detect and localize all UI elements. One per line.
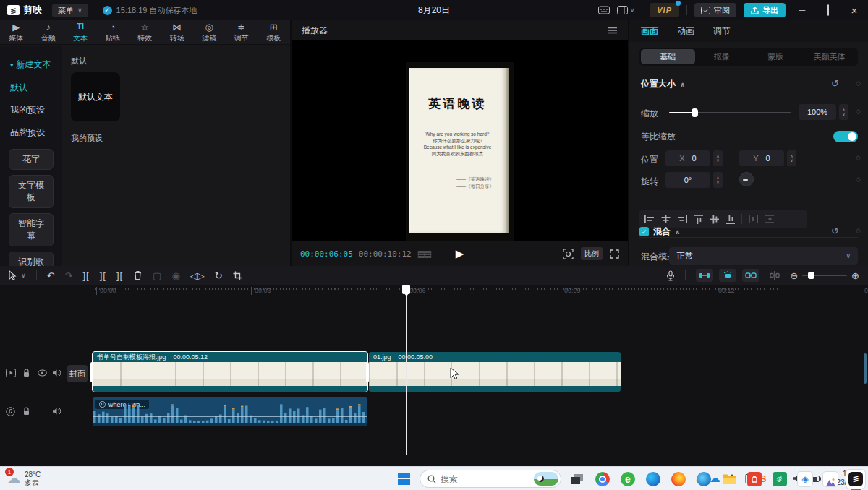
keyframe-diamond-icon[interactable]: ◇ [856, 79, 861, 87]
section-position-size[interactable]: 位置大小 ∧ [641, 78, 685, 90]
subtab-mask[interactable]: 蒙版 [749, 49, 803, 64]
sidebar-item-text-template[interactable]: 文字模板 [9, 175, 54, 208]
sidebar-item-my-presets[interactable]: 我的预设 [0, 99, 62, 121]
edge-icon[interactable] [644, 470, 663, 489]
keyframe-diamond-icon[interactable]: ◇ [856, 154, 861, 161]
rotate-dial[interactable] [739, 172, 754, 186]
tab-adjust-clip[interactable]: 调节 [713, 25, 731, 38]
tab-template[interactable]: ⊞模板 [258, 20, 290, 44]
keyframe-diamond-icon[interactable]: ◇ [856, 108, 861, 115]
crop-button[interactable] [233, 271, 242, 280]
timeline-zoom-knob[interactable] [808, 272, 814, 279]
player-menu-icon[interactable] [608, 26, 618, 35]
sidebar-item-auto-captions[interactable]: 智能字幕 [9, 213, 54, 246]
position-y-field[interactable]: Y 0 [739, 150, 784, 166]
tab-adjust[interactable]: ≑调节 [226, 20, 258, 44]
preview-quality-icon[interactable]: ▤▤ [417, 249, 431, 259]
browser360-icon[interactable] [694, 470, 713, 489]
split-button[interactable]: ][ [82, 270, 89, 281]
diamond-app-icon[interactable]: ◈ [796, 470, 814, 489]
close-button[interactable]: × [845, 4, 864, 17]
video-track-lock-icon[interactable] [22, 369, 30, 377]
scale-stepper[interactable]: ∧∨ [839, 104, 848, 120]
distribute-horizontal-icon[interactable] [748, 214, 759, 224]
capcut-taskbar-icon[interactable]: ≶ [846, 470, 865, 489]
subtab-beauty[interactable]: 美颜美体 [803, 49, 857, 64]
firefox-icon[interactable] [669, 470, 688, 489]
align-right-icon[interactable] [677, 214, 688, 224]
tab-picture[interactable]: 画面 [641, 25, 658, 38]
section-blend[interactable]: ✓ 混合 ∧ [639, 225, 680, 238]
playhead-line[interactable] [406, 285, 407, 455]
maximize-button[interactable] [819, 5, 838, 15]
taskbar-weather-widget[interactable]: ☁1 28°C 多云 [0, 470, 123, 486]
playhead-handle[interactable] [402, 285, 410, 294]
delete-button[interactable] [133, 270, 142, 280]
scale-slider-knob[interactable] [692, 108, 698, 117]
video-clip-1[interactable]: 书单号自制模板海报.jpg 00:00:05:12 [93, 352, 367, 392]
file-explorer-icon[interactable] [720, 470, 739, 489]
preview-focus-icon[interactable] [563, 249, 574, 259]
rotate-stepper[interactable]: ∧∨ [713, 172, 723, 188]
position-x-field[interactable]: X 0 [665, 150, 710, 166]
layout-switch-button[interactable]: ∨ [617, 6, 635, 14]
select-tool-button[interactable] [7, 270, 17, 280]
blend-mode-dropdown[interactable]: 正常 ∨ [669, 247, 858, 265]
keyframe-diamond-icon[interactable]: ◇ [856, 227, 861, 234]
align-top-icon[interactable] [694, 214, 704, 225]
align-center-horizontal-icon[interactable] [660, 214, 671, 224]
align-bottom-icon[interactable] [726, 214, 736, 225]
ie-browser-icon[interactable]: e [618, 470, 637, 489]
aspect-ratio-button[interactable]: 比例 [581, 247, 603, 260]
rotate-button[interactable]: ↻ [215, 270, 223, 281]
linkage-toggle[interactable] [742, 269, 760, 282]
reset-position-size-icon[interactable]: ↺ [831, 78, 839, 89]
record-voiceover-icon[interactable] [666, 270, 675, 281]
fullscreen-icon[interactable] [610, 249, 619, 259]
uniform-scale-toggle[interactable] [833, 131, 858, 142]
screen-recorder-icon[interactable]: 录 [770, 470, 789, 489]
zoom-out-icon[interactable]: ⊖ [790, 270, 798, 281]
tab-transition[interactable]: ⋈转场 [161, 20, 194, 44]
vip-button[interactable]: VIP [650, 3, 679, 17]
audio-track-lock-icon[interactable] [22, 407, 30, 416]
tab-text[interactable]: TI文本 [64, 20, 97, 44]
play-button[interactable]: ▶ [456, 247, 464, 260]
clip-trim-handle-left[interactable] [90, 362, 93, 382]
timeline-area[interactable]: 00:00 00:03 00:06 00:09 00:12 00:15 封面 书… [0, 285, 868, 466]
audio-track-mute-icon[interactable] [52, 407, 61, 416]
video-track-visibility-icon[interactable] [38, 369, 47, 377]
sidebar-item-fancy-text[interactable]: 花字 [9, 149, 54, 170]
timeline-ruler[interactable] [93, 288, 783, 290]
chrome-icon[interactable] [593, 470, 612, 489]
distribute-vertical-icon[interactable] [765, 214, 775, 224]
default-text-tile[interactable]: 默认文本 [71, 72, 120, 121]
cover-button[interactable]: 封面 [67, 365, 88, 382]
start-button[interactable] [394, 470, 413, 489]
menu-button[interactable]: 菜单 ∨ [52, 4, 88, 17]
auto-snap-toggle[interactable] [719, 269, 736, 282]
sidebar-item-default[interactable]: 默认 [0, 77, 62, 99]
shortcut-keyboard-icon[interactable] [598, 6, 610, 14]
audio-clip[interactable]: where I wa... [93, 397, 367, 426]
position-y-stepper[interactable]: ∧∨ [787, 150, 796, 166]
undo-button[interactable]: ↶ [47, 270, 55, 281]
freeze-frame-button[interactable]: ▢ [153, 270, 161, 281]
taskbar-search[interactable] [420, 470, 561, 488]
reverse-button[interactable]: ◉ [171, 270, 179, 281]
video-track-mute-icon[interactable] [52, 369, 61, 377]
video-preview-area[interactable]: 英语晚读 Why are you working so hard? 你为什么要那… [292, 40, 628, 241]
align-left-icon[interactable] [644, 214, 655, 224]
scale-value-box[interactable]: 100% [799, 104, 836, 120]
sidebar-item-brand-presets[interactable]: 品牌预设 [0, 121, 62, 144]
split-left-button[interactable]: ][ [100, 270, 106, 281]
scale-slider[interactable] [669, 112, 791, 113]
timeline-zoom-slider[interactable] [802, 275, 847, 276]
tab-media[interactable]: ▶媒体 [0, 20, 33, 44]
tab-animation[interactable]: 动画 [677, 25, 694, 38]
tab-filter[interactable]: ◎滤镜 [193, 20, 226, 44]
minimize-button[interactable]: ─ [793, 5, 812, 15]
search-highlight-image[interactable] [534, 472, 558, 486]
split-right-button[interactable]: ][ [116, 270, 123, 281]
sidebar-new-text[interactable]: ▾ 新建文本 [0, 53, 62, 77]
